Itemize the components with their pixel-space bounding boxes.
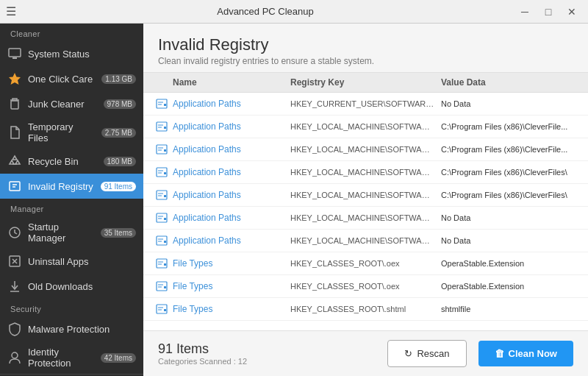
row-key: HKEY_LOCAL_MACHINE\SOFTWARE\Microsoft\Wi… [290,168,441,177]
svg-rect-44 [164,263,166,266]
row-key: HKEY_CLASSES_ROOT\.oex [290,282,441,291]
row-key: HKEY_LOCAL_MACHINE\SOFTWARE\Microsoft\Wi… [290,191,441,199]
sidebar-item-uninstall-apps[interactable]: Uninstall Apps [0,249,143,274]
rescan-button[interactable]: ↻ Rescan [387,340,466,367]
row-value: OperaStable.Extension [441,282,573,291]
row-value: C:\Program Files (x86)\CleverFiles\ [441,168,573,177]
svg-rect-0 [9,49,21,57]
manager-section-label: Manager [0,199,143,216]
scanned-label: Categories Scanned : 12 [158,357,376,366]
content-header: Invalid Registry Clean invalid registry … [143,24,588,73]
row-icon [151,258,173,269]
content-area: Invalid Registry Clean invalid registry … [143,24,588,376]
row-icon [151,189,173,201]
row-name: Application Paths [173,167,290,177]
table-header: Name Registry Key Value Data [143,73,588,93]
row-name: Application Paths [173,121,290,132]
one-click-care-badge: 1.13 GB [101,74,136,84]
row-value: No Data [441,99,573,108]
table-row: Application Paths HKEY_LOCAL_MACHINE\SOF… [143,230,588,252]
col-value-header: Value Data [441,77,573,88]
recycle-bin-label: Recycle Bin [28,156,98,167]
svg-point-12 [12,352,18,358]
shield-icon [7,322,22,336]
sidebar: Cleaner System Status One Click Care 1.1… [0,24,143,376]
row-value: C:\Program Files (x86)\CleverFile... [441,145,573,154]
startup-manager-badge: 35 Items [101,228,136,238]
minimize-button[interactable]: ─ [514,4,535,20]
monitor-icon [7,46,22,61]
sidebar-item-invalid-registry[interactable]: Invalid Registry 91 Items [0,174,143,199]
junk-cleaner-label: Junk Cleaner [28,99,98,110]
uninstall-apps-label: Uninstall Apps [28,256,136,267]
svg-rect-4 [10,182,20,191]
row-key: HKEY_CLASSES_ROOT\.shtml [290,305,441,313]
temporary-files-label: Temporary Files [28,121,96,143]
junk-cleaner-badge: 978 MB [104,99,136,109]
page-subtitle: Clean invalid registry entries to ensure… [158,56,573,66]
row-value: OperaStable.Extension [441,259,573,268]
table-body: Application Paths HKEY_CURRENT_USER\SOFT… [143,93,588,330]
clean-now-button[interactable]: 🗑 Clean Now [478,341,573,366]
startup-icon [7,225,22,240]
sidebar-item-system-status[interactable]: System Status [0,41,143,66]
col-key-header: Registry Key [290,77,441,88]
row-name: Application Paths [173,144,290,155]
svg-marker-2 [9,73,21,85]
sidebar-item-one-click-care[interactable]: One Click Care 1.13 GB [0,66,143,91]
table-row: File Types HKEY_CLASSES_ROOT\.shtml shtm… [143,298,588,321]
old-downloads-label: Old Downloads [28,281,136,292]
sidebar-item-old-downloads[interactable]: Old Downloads [0,274,143,299]
table-row: File Types HKEY_CLASSES_ROOT\.oex OperaS… [143,275,588,298]
row-value: shtmlfile [441,305,573,313]
row-name: Application Paths [173,190,290,200]
sidebar-item-junk-cleaner[interactable]: Junk Cleaner 978 MB [0,91,143,116]
close-button[interactable]: ✕ [562,4,582,20]
main-layout: Cleaner System Status One Click Care 1.1… [0,24,588,376]
svg-rect-24 [164,149,166,152]
content-footer: 91 Items Categories Scanned : 12 ↻ Resca… [143,330,588,376]
row-value: C:\Program Files (x86)\CleverFile... [441,122,573,131]
svg-rect-32 [164,195,166,197]
row-icon [151,143,173,155]
table-row: File Types HKEY_CLASSES_ROOT\.oex OperaS… [143,252,588,275]
row-icon [151,235,173,246]
cleaner-section-label: Cleaner [0,24,143,41]
table-row: Application Paths HKEY_LOCAL_MACHINE\SOF… [143,138,588,161]
svg-rect-40 [164,241,166,243]
identity-icon [7,350,22,365]
sidebar-item-temporary-files[interactable]: Temporary Files 2.75 MB [0,116,143,149]
rescan-icon: ↻ [404,348,412,359]
row-icon [151,212,173,224]
row-name: Application Paths [173,213,290,223]
svg-rect-36 [164,218,166,220]
row-icon [151,303,173,315]
row-key: HKEY_LOCAL_MACHINE\SOFTWARE\Microsoft\Wi… [290,213,441,222]
uninstall-icon [7,254,22,269]
row-name: File Types [173,258,290,269]
svg-rect-52 [164,309,166,311]
invalid-registry-badge: 91 Items [101,182,136,191]
row-icon [151,166,173,178]
window-controls: ─ □ ✕ [514,4,582,20]
row-key: HKEY_LOCAL_MACHINE\SOFTWARE\Classes\Appl… [290,145,441,154]
row-key: HKEY_CURRENT_USER\SOFTWARE\Microsoft\Win… [290,99,441,108]
svg-rect-48 [164,286,166,288]
item-count: 91 Items [158,341,376,357]
registry-icon [7,179,22,194]
malware-protection-label: Malware Protection [28,324,136,335]
row-name: File Types [173,304,290,314]
table-row: Application Paths HKEY_CURRENT_USER\SOFT… [143,93,588,116]
table-row: Application Paths HKEY_LOCAL_MACHINE\SOF… [143,207,588,230]
menu-icon[interactable]: ☰ [6,4,16,18]
clean-label: Clean Now [509,348,557,359]
svg-rect-28 [164,172,166,174]
row-key: HKEY_LOCAL_MACHINE\SOFTWARE\Microsoft\Wi… [290,236,441,245]
sidebar-item-startup-manager[interactable]: Startup Manager 35 Items [0,216,143,249]
sidebar-item-recycle-bin[interactable]: Recycle Bin 180 MB [0,149,143,174]
maximize-button[interactable]: □ [538,4,559,20]
app-title: Advanced PC Cleanup [16,6,514,17]
svg-rect-20 [164,127,166,129]
sidebar-item-identity-protection[interactable]: Identity Protection 42 Items [0,341,143,374]
sidebar-item-malware-protection[interactable]: Malware Protection [0,316,143,341]
